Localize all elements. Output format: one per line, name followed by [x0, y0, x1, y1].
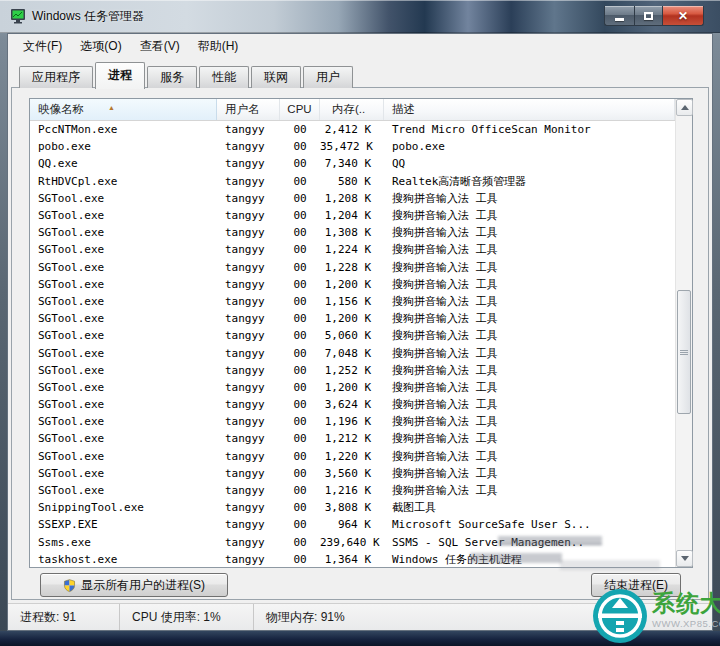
maximize-button[interactable]: [634, 6, 663, 26]
cell-memory: 580 K: [320, 175, 384, 188]
table-row[interactable]: SnippingTool.exetangyy003,808 K截图工具: [30, 499, 675, 516]
cell-memory: 3,808 K: [320, 501, 384, 514]
scroll-up-button[interactable]: [676, 99, 693, 116]
watermark-smudge: [560, 560, 660, 570]
tab-services[interactable]: 服务: [147, 66, 197, 88]
cell-image-name: PccNTMon.exe: [30, 123, 217, 136]
cell-user-name: tangyy: [217, 553, 280, 566]
cell-description: 搜狗拼音输入法 工具: [384, 191, 675, 206]
cell-user-name: tangyy: [217, 295, 280, 308]
cell-cpu: 00: [280, 243, 320, 256]
column-header-user-name[interactable]: 用户名: [217, 99, 280, 120]
table-row[interactable]: SGTool.exetangyy001,252 K搜狗拼音输入法 工具: [30, 362, 675, 379]
scroll-down-button[interactable]: [676, 550, 693, 567]
cell-cpu: 00: [280, 140, 320, 153]
table-row[interactable]: SGTool.exetangyy001,208 K搜狗拼音输入法 工具: [30, 190, 675, 207]
cell-image-name: taskhost.exe: [30, 553, 217, 566]
cell-user-name: tangyy: [217, 364, 280, 377]
table-row[interactable]: pobo.exetangyy0035,472 Kpobo.exe: [30, 138, 675, 155]
cell-user-name: tangyy: [217, 415, 280, 428]
tab-users[interactable]: 用户: [303, 66, 353, 88]
column-header-description[interactable]: 描述: [384, 99, 675, 120]
cell-user-name: tangyy: [217, 398, 280, 411]
table-row[interactable]: SGTool.exetangyy003,624 K搜狗拼音输入法 工具: [30, 396, 675, 413]
titlebar[interactable]: Windows 任务管理器 ✕: [0, 0, 720, 33]
cell-description: 搜狗拼音输入法 工具: [384, 414, 675, 429]
table-row[interactable]: SGTool.exetangyy005,060 K搜狗拼音输入法 工具: [30, 327, 675, 344]
table-row[interactable]: SGTool.exetangyy001,212 K搜狗拼音输入法 工具: [30, 430, 675, 447]
cell-description: Realtek高清晰音频管理器: [384, 174, 675, 189]
table-row[interactable]: RtHDVCpl.exetangyy00580 KRealtek高清晰音频管理器: [30, 173, 675, 190]
cell-image-name: SGTool.exe: [30, 432, 217, 445]
tab-performance[interactable]: 性能: [199, 66, 249, 88]
tab-processes[interactable]: 进程: [95, 62, 145, 89]
cell-description: 搜狗拼音输入法 工具: [384, 483, 675, 498]
process-rows: PccNTMon.exetangyy002,412 KTrend Micro O…: [30, 121, 675, 567]
tab-applications[interactable]: 应用程序: [19, 66, 93, 88]
table-row[interactable]: SGTool.exetangyy001,216 K搜狗拼音输入法 工具: [30, 482, 675, 499]
cell-memory: 1,204 K: [320, 209, 384, 222]
table-row[interactable]: SGTool.exetangyy001,200 K搜狗拼音输入法 工具: [30, 276, 675, 293]
cell-cpu: 00: [280, 123, 320, 136]
cell-description: pobo.exe: [384, 140, 675, 153]
cell-memory: 3,560 K: [320, 467, 384, 480]
status-process-count: 进程数: 91: [8, 604, 120, 630]
cell-memory: 2,412 K: [320, 123, 384, 136]
minimize-button[interactable]: [604, 6, 634, 26]
cell-image-name: SGTool.exe: [30, 261, 217, 274]
cell-image-name: SGTool.exe: [30, 381, 217, 394]
cell-memory: 1,364 K: [320, 553, 384, 566]
table-row[interactable]: SGTool.exetangyy001,224 K搜狗拼音输入法 工具: [30, 241, 675, 258]
cell-description: 搜狗拼音输入法 工具: [384, 380, 675, 395]
cell-image-name: SGTool.exe: [30, 226, 217, 239]
processes-tab-page: 映像名称▲用户名CPU内存(..描述 PccNTMon.exetangyy002…: [11, 87, 709, 600]
table-row[interactable]: SGTool.exetangyy001,200 K搜狗拼音输入法 工具: [30, 310, 675, 327]
cell-user-name: tangyy: [217, 192, 280, 205]
scrollbar-thumb[interactable]: [677, 290, 691, 414]
cell-memory: 7,048 K: [320, 347, 384, 360]
cell-description: 搜狗拼音输入法 工具: [384, 311, 675, 326]
cell-image-name: SGTool.exe: [30, 484, 217, 497]
show-all-users-label: 显示所有用户的进程(S): [81, 577, 205, 594]
table-row[interactable]: SSEXP.EXEtangyy00964 KMicrosoft SourceSa…: [30, 516, 675, 533]
table-row[interactable]: QQ.exetangyy007,340 KQQ: [30, 155, 675, 172]
cell-cpu: 00: [280, 364, 320, 377]
table-row[interactable]: PccNTMon.exetangyy002,412 KTrend Micro O…: [30, 121, 675, 138]
watermark-site-url: WWW.XP85.COM: [652, 618, 720, 629]
menu-view[interactable]: 查看(V): [131, 35, 189, 58]
vertical-scrollbar[interactable]: [675, 99, 692, 567]
menu-options[interactable]: 选项(O): [71, 35, 130, 58]
cell-memory: 1,200 K: [320, 278, 384, 291]
table-row[interactable]: SGTool.exetangyy007,048 K搜狗拼音输入法 工具: [30, 344, 675, 361]
table-row[interactable]: SGTool.exetangyy001,156 K搜狗拼音输入法 工具: [30, 293, 675, 310]
column-header-image-name[interactable]: 映像名称▲: [30, 99, 217, 120]
cell-image-name: SGTool.exe: [30, 415, 217, 428]
table-row[interactable]: SGTool.exetangyy001,200 K搜狗拼音输入法 工具: [30, 379, 675, 396]
cell-cpu: 00: [280, 415, 320, 428]
menu-file[interactable]: 文件(F): [14, 35, 71, 58]
table-row[interactable]: SGTool.exetangyy001,196 K搜狗拼音输入法 工具: [30, 413, 675, 430]
cell-image-name: pobo.exe: [30, 140, 217, 153]
menu-help[interactable]: 帮助(H): [189, 35, 248, 58]
cell-cpu: 00: [280, 278, 320, 291]
close-button[interactable]: ✕: [663, 6, 704, 26]
cell-image-name: Ssms.exe: [30, 536, 217, 549]
table-row[interactable]: SGTool.exetangyy001,308 K搜狗拼音输入法 工具: [30, 224, 675, 241]
table-row[interactable]: SGTool.exetangyy001,204 K搜狗拼音输入法 工具: [30, 207, 675, 224]
show-all-users-button[interactable]: 显示所有用户的进程(S): [40, 573, 228, 597]
scroll-up-icon: [681, 105, 689, 110]
cell-image-name: SSEXP.EXE: [30, 518, 217, 531]
column-header-cpu[interactable]: CPU: [280, 99, 320, 120]
cell-memory: 1,228 K: [320, 261, 384, 274]
tab-networking[interactable]: 联网: [251, 66, 301, 88]
watermark-smudge: [498, 536, 602, 545]
cell-description: 截图工具: [384, 500, 675, 515]
column-header-memory[interactable]: 内存(..: [320, 99, 384, 120]
table-row[interactable]: SGTool.exetangyy003,560 K搜狗拼音输入法 工具: [30, 465, 675, 482]
cell-description: 搜狗拼音输入法 工具: [384, 242, 675, 257]
cell-cpu: 00: [280, 432, 320, 445]
table-row[interactable]: SGTool.exetangyy001,228 K搜狗拼音输入法 工具: [30, 259, 675, 276]
table-row[interactable]: SGTool.exetangyy001,220 K搜狗拼音输入法 工具: [30, 448, 675, 465]
uac-shield-icon: [63, 578, 76, 593]
cell-user-name: tangyy: [217, 261, 280, 274]
